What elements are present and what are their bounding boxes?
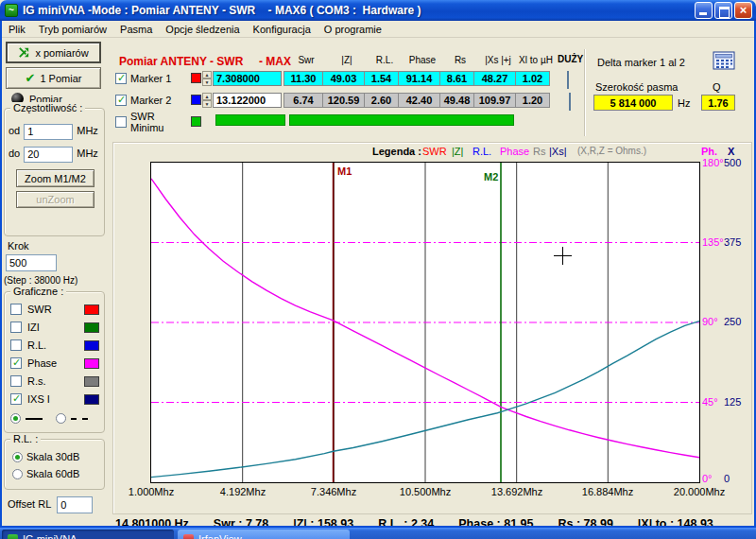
chart-plot[interactable] bbox=[150, 162, 700, 483]
x-tick-5: 13.692Mhz bbox=[487, 486, 547, 497]
phase-tick-90: 90° bbox=[702, 316, 718, 327]
phase-tick-135: 135° bbox=[702, 236, 724, 248]
graph-option-rs[interactable]: R.s. bbox=[5, 375, 106, 387]
marker1-rs: 8.61 bbox=[440, 71, 474, 86]
swr-minimum-label: SWR Minimu bbox=[130, 111, 189, 133]
marker1-chart-label[interactable]: M1 bbox=[337, 165, 352, 177]
x-tick-125: 125 bbox=[724, 396, 741, 408]
delta-title: Delta marker 1 al 2 bbox=[597, 57, 685, 68]
marker2-frequency-input[interactable] bbox=[213, 93, 282, 108]
swr-minimum-checkbox[interactable] bbox=[115, 116, 127, 128]
chart-canvas bbox=[151, 163, 699, 482]
xs-checkbox[interactable] bbox=[10, 393, 22, 405]
scale-30db-radio[interactable] bbox=[12, 452, 23, 462]
irfanview-task-icon bbox=[183, 534, 194, 539]
menu-opcje-sledzenia[interactable]: Opcje śledzenia bbox=[159, 21, 246, 38]
x-axis-header: X bbox=[728, 146, 734, 157]
offset-rl-row: Offset RL bbox=[8, 496, 93, 513]
solid-line-icon bbox=[26, 418, 43, 420]
freq-from-input[interactable] bbox=[24, 124, 73, 140]
menu-o-programie[interactable]: O programie bbox=[318, 21, 388, 38]
marker2-swr: 6.74 bbox=[284, 93, 323, 108]
solid-line-radio[interactable] bbox=[10, 413, 21, 424]
marker2-duzy-checkbox[interactable] bbox=[569, 93, 571, 111]
x-tick-2: 4.192Mhz bbox=[213, 486, 273, 497]
header-xl-uh: Xl to µH bbox=[519, 55, 553, 65]
scale-60db-radio[interactable] bbox=[12, 469, 23, 479]
calculator-icon[interactable] bbox=[713, 51, 735, 74]
graph-option-swr[interactable]: SWR bbox=[5, 304, 106, 315]
menu-plik[interactable]: Plik bbox=[2, 21, 32, 38]
legend-z: |Z| bbox=[452, 146, 463, 157]
close-button[interactable]: × bbox=[734, 2, 752, 19]
rl-label: R.L. bbox=[27, 339, 75, 351]
x-tick-375: 375 bbox=[724, 236, 741, 248]
scale-30db-label: Skala 30dB bbox=[26, 451, 79, 462]
marker2-label: Marker 2 bbox=[130, 95, 189, 106]
scale-30db-option[interactable]: Skala 30dB bbox=[12, 451, 79, 462]
x-tick-7: 20.000Mhz bbox=[669, 486, 730, 497]
phase-checkbox[interactable] bbox=[10, 357, 22, 369]
step-input[interactable] bbox=[6, 254, 57, 271]
x-tick-4: 10.500Mhz bbox=[395, 486, 455, 497]
marker1-row: Marker 1 ▲▼ 11.30 49.03 1.54 91.14 8.61 … bbox=[115, 70, 550, 86]
marker1-spinner[interactable]: ▲▼ bbox=[202, 71, 212, 86]
x-tick-500: 500 bbox=[724, 157, 741, 168]
measurement-title: Pomiar ANTENY - SWR - MAX bbox=[119, 55, 291, 68]
legend-rs: Rs bbox=[533, 146, 545, 157]
graph-option-z[interactable]: IZI bbox=[5, 322, 106, 333]
app-icon: ~ bbox=[5, 4, 18, 17]
delta-separator bbox=[584, 49, 586, 136]
titlebar[interactable]: ~ IG miniVNA -Mode : Pomiar ANTENY - SWR… bbox=[0, 0, 756, 21]
phase-axis-header: Ph. bbox=[701, 146, 717, 157]
taskbar-button-irfanview[interactable]: IrfanView bbox=[178, 530, 350, 539]
bandwidth-unit: Hz bbox=[678, 97, 690, 109]
marker1-phase: 91.14 bbox=[399, 71, 440, 86]
column-headers: Swr |Z| R.L. Phase Rs |Xs |+j Xl to µH bbox=[286, 55, 553, 65]
phase-tick-45: 45° bbox=[702, 396, 718, 408]
marker2-checkbox[interactable] bbox=[115, 95, 127, 106]
menu-tryb-pomiarow[interactable]: Tryb pomiarów bbox=[32, 21, 113, 38]
z-color-swatch bbox=[84, 322, 99, 333]
marker1-duzy-checkbox[interactable] bbox=[567, 71, 569, 89]
marker2-spinner[interactable]: ▲▼ bbox=[202, 93, 212, 108]
header-xs: |Xs |+j bbox=[477, 55, 519, 65]
rs-checkbox[interactable] bbox=[10, 375, 22, 387]
swr-checkbox[interactable] bbox=[10, 304, 22, 315]
crosshair-cursor-v bbox=[562, 247, 563, 265]
legend-rl: R.L. bbox=[472, 146, 491, 157]
marker1-checkbox[interactable] bbox=[115, 73, 127, 84]
scale-60db-label: Skala 60dB bbox=[26, 468, 79, 479]
marker1-frequency-input[interactable] bbox=[213, 71, 282, 86]
dashed-line-radio[interactable] bbox=[56, 413, 66, 424]
graph-option-rl[interactable]: R.L. bbox=[5, 339, 106, 351]
legend-swr: SWR bbox=[422, 146, 447, 157]
offset-rl-input[interactable] bbox=[57, 496, 93, 513]
frequency-group: Częstotliwość : od MHz do MHz Zoom M1/M2… bbox=[4, 108, 105, 236]
marker2-chart-label[interactable]: M2 bbox=[484, 171, 498, 183]
maximize-button[interactable] bbox=[714, 2, 732, 19]
marker1-xs: 48.27 bbox=[474, 71, 516, 86]
swr-minimum-color-swatch bbox=[191, 116, 201, 127]
rl-checkbox[interactable] bbox=[10, 339, 22, 351]
marker2-values: 6.74 120.59 2.60 42.40 49.48 109.97 1.20 bbox=[284, 93, 550, 108]
z-checkbox[interactable] bbox=[10, 322, 22, 333]
menu-pasma[interactable]: Pasma bbox=[113, 21, 159, 38]
x-tick-1: 1.000Mhz bbox=[121, 486, 181, 497]
freq-to-input[interactable] bbox=[24, 147, 73, 163]
x-tick-6: 16.884Mhz bbox=[577, 486, 638, 497]
graph-option-phase[interactable]: Phase bbox=[5, 357, 106, 369]
zoom-m1-m2-button[interactable]: Zoom M1/M2 bbox=[16, 169, 94, 187]
taskbar-button-minivna[interactable]: IG miniVNA bbox=[2, 530, 174, 539]
window-border-left bbox=[0, 21, 2, 528]
multi-measure-button[interactable]: x pomiarów bbox=[6, 42, 101, 63]
unzoom-button[interactable]: unZoom bbox=[16, 191, 94, 208]
single-measure-button[interactable]: ✔ 1 Pomiar bbox=[6, 67, 101, 89]
graph-option-xs[interactable]: IXS I bbox=[5, 393, 106, 405]
scale-60db-option[interactable]: Skala 60dB bbox=[12, 468, 79, 479]
marker1-color-swatch bbox=[191, 73, 201, 83]
minimize-button[interactable] bbox=[695, 2, 713, 19]
step-label: Krok bbox=[8, 240, 29, 252]
menu-konfiguracja[interactable]: Konfiguracja bbox=[247, 21, 318, 38]
freq-to-label: do bbox=[9, 148, 20, 159]
